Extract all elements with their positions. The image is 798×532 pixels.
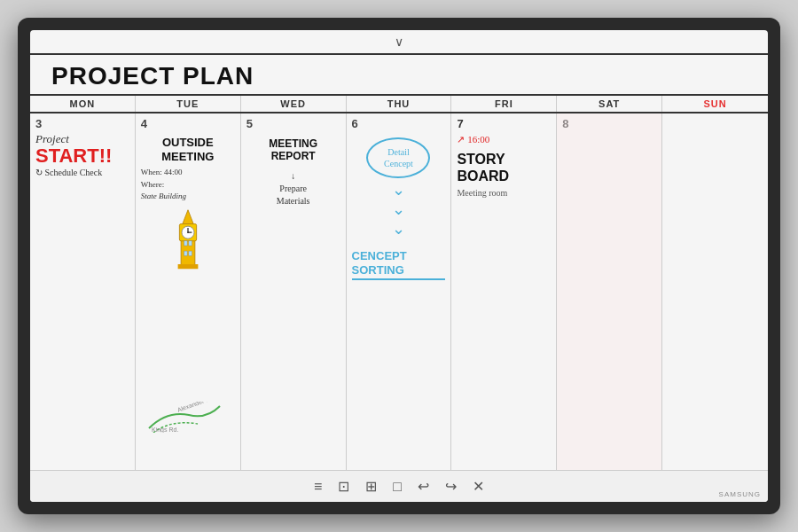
svg-rect-7 — [177, 264, 198, 269]
start-text: START!! — [35, 146, 129, 166]
meeting-room-text: Meeting room — [457, 188, 551, 198]
calendar: MON TUE WED THU FRI SAT SUN 3 Project ST… — [30, 96, 768, 470]
redo-icon[interactable]: ↪ — [445, 478, 457, 495]
day-header-fri: FRI — [451, 96, 557, 112]
svg-text:Kings Rd.: Kings Rd. — [152, 426, 178, 433]
schedule-check: ↻ Schedule Check — [35, 168, 129, 177]
day-num-tue: 4 — [141, 117, 235, 130]
svg-rect-9 — [189, 240, 192, 245]
detail-concept-oval: DetailCencept — [366, 137, 430, 178]
toolbar: ≡ ⊡ ⊞ □ ↩ ↪ ✕ — [30, 470, 768, 502]
svg-text:Alexander Pl.: Alexander Pl. — [176, 402, 214, 413]
svg-rect-8 — [184, 240, 187, 245]
day-cell-sun — [662, 113, 768, 470]
when-where-text: When: 44:00 Where: State Building — [141, 167, 235, 203]
prepare-materials-text: ↓PrepareMaterials — [246, 170, 340, 207]
arrow-down-icon: ⌄⌄⌄ — [352, 180, 446, 239]
note-icon[interactable]: ⊡ — [338, 478, 349, 495]
bigben-illustration: Alexander Pl. Kings Rd. — [141, 208, 235, 274]
undo-icon[interactable]: ↩ — [418, 478, 429, 495]
chevron-down-icon[interactable]: ∨ — [395, 35, 403, 49]
svg-marker-6 — [183, 209, 193, 223]
day-num-thu: 6 — [352, 117, 446, 130]
tv-display: ∨ PROJECT PLAN MON TUE WED THU FRI SAT S… — [18, 18, 780, 514]
day-num-fri: 7 — [457, 117, 551, 130]
square-icon[interactable]: □ — [393, 479, 402, 495]
day-cell-tue: 4 OUTSIDEMEETING When: 44:00 Where: Stat… — [136, 113, 241, 470]
menu-icon[interactable]: ≡ — [314, 479, 322, 495]
detail-concept-text: DetailCencept — [384, 146, 413, 169]
mon-content: Project START!! ↻ Schedule Check — [35, 132, 129, 177]
screen: ∨ PROJECT PLAN MON TUE WED THU FRI SAT S… — [30, 30, 768, 502]
outside-meeting-text: OUTSIDEMEETING — [141, 136, 235, 163]
header: PROJECT PLAN — [30, 55, 768, 96]
concept-sorting-text: CENCEPTSORTING — [352, 249, 446, 280]
sat-highlight — [557, 113, 661, 470]
day-header-wed: WED — [241, 96, 347, 112]
day-cell-sat: 8 — [557, 113, 662, 470]
day-headers-row: MON TUE WED THU FRI SAT SUN — [30, 96, 768, 113]
day-header-mon: MON — [30, 96, 136, 112]
day-num-wed: 5 — [246, 117, 340, 130]
day-header-sat: SAT — [557, 96, 662, 112]
day-num-mon: 3 — [35, 117, 129, 130]
day-cell-fri: 7 ↗ 16:00 STORYBOARD Meeting room — [451, 113, 557, 470]
svg-rect-10 — [184, 251, 187, 255]
meeting-report-text: MEETINGREPORT — [246, 137, 340, 163]
grid-icon[interactable]: ⊞ — [365, 478, 377, 495]
day-cell-thu: 6 DetailCencept ⌄⌄⌄ CENCEPTSORTING — [347, 113, 452, 470]
page-title: PROJECT PLAN — [51, 62, 747, 90]
time-red: ↗ 16:00 — [457, 134, 551, 145]
svg-rect-11 — [189, 251, 192, 255]
brand-logo: SAMSUNG — [719, 490, 761, 498]
day-header-thu: THU — [347, 96, 452, 112]
day-cell-mon: 3 Project START!! ↻ Schedule Check — [30, 113, 136, 470]
top-bar: ∨ — [30, 30, 768, 55]
story-board-text: STORYBOARD — [457, 151, 551, 184]
day-header-sun: SUN — [662, 96, 768, 112]
day-cell-wed: 5 MEETINGREPORT ↓PrepareMaterials — [241, 113, 347, 470]
close-icon[interactable]: ✕ — [473, 478, 484, 495]
calendar-body: 3 Project START!! ↻ Schedule Check 4 OUT… — [30, 113, 768, 470]
day-header-tue: TUE — [136, 96, 241, 112]
